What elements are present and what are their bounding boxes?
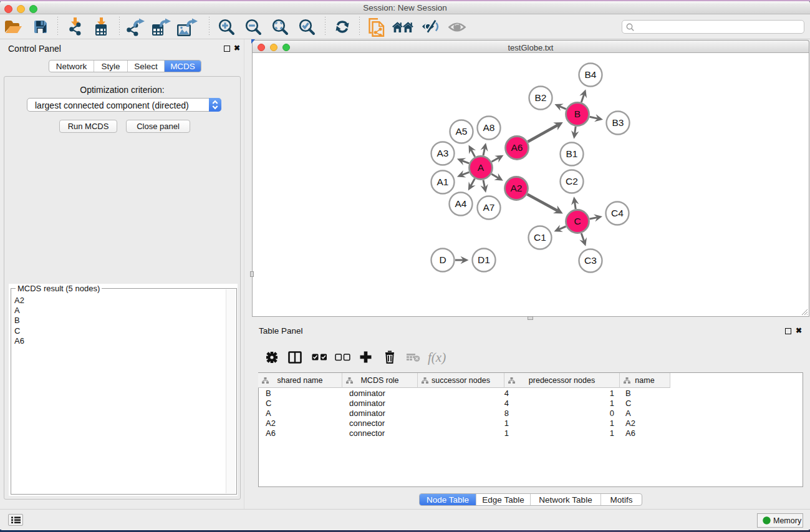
svg-text:B: B [574,109,581,119]
svg-text:C1: C1 [534,232,546,243]
svg-text:B2: B2 [535,92,547,103]
svg-text:A: A [478,162,485,173]
svg-text:A1: A1 [437,177,449,187]
svg-text:C: C [574,216,581,226]
svg-text:A6: A6 [511,142,523,153]
svg-text:A5: A5 [456,126,468,137]
svg-text:C2: C2 [566,176,578,186]
svg-text:D1: D1 [478,254,490,265]
svg-text:A7: A7 [483,202,495,213]
svg-text:D: D [439,254,446,265]
svg-text:A8: A8 [483,122,495,133]
svg-text:C4: C4 [611,208,624,218]
svg-text:C3: C3 [584,255,597,266]
svg-text:B3: B3 [612,117,624,128]
svg-text:A2: A2 [511,183,523,193]
svg-text:A4: A4 [455,198,467,209]
svg-text:B4: B4 [585,69,597,80]
svg-text:B1: B1 [566,148,578,159]
svg-text:A3: A3 [437,148,449,158]
